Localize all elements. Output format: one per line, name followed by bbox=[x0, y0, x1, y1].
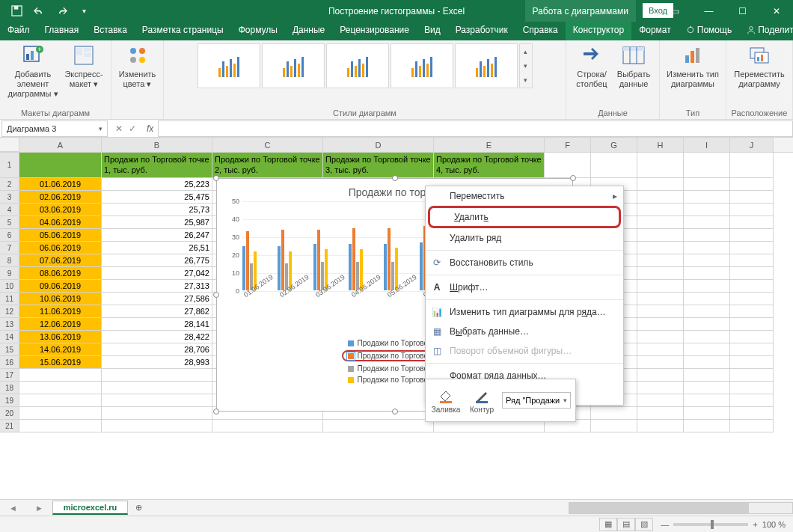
move-chart-button[interactable]: Переместить диаграмму bbox=[731, 43, 788, 89]
cell[interactable] bbox=[637, 305, 684, 318]
cell-date[interactable]: 15.06.2019 bbox=[19, 356, 102, 369]
cell-date[interactable]: 07.06.2019 bbox=[19, 254, 102, 267]
cell[interactable] bbox=[730, 229, 774, 242]
cell[interactable]: 28,141 bbox=[102, 318, 212, 331]
cell[interactable] bbox=[323, 420, 434, 432]
cell[interactable] bbox=[591, 407, 637, 420]
cell[interactable] bbox=[102, 382, 212, 394]
col-header[interactable]: A bbox=[19, 138, 102, 152]
row-header[interactable]: 5 bbox=[0, 216, 19, 229]
cell[interactable] bbox=[637, 280, 684, 293]
cell[interactable] bbox=[684, 204, 730, 216]
formula-input[interactable] bbox=[158, 120, 793, 137]
cell[interactable] bbox=[684, 318, 730, 331]
col-header[interactable]: E bbox=[434, 138, 545, 152]
horizontal-scrollbar[interactable] bbox=[569, 502, 793, 514]
tab-help[interactable]: Справка bbox=[515, 22, 566, 40]
quick-layout-button[interactable]: Экспресс-макет ▾ bbox=[61, 43, 106, 100]
ctx-move[interactable]: Переместить bbox=[426, 186, 623, 206]
cell[interactable] bbox=[637, 293, 684, 305]
gallery-more-button[interactable]: ▴▾▾ bbox=[519, 43, 533, 88]
sheet-nav-next-icon[interactable]: ► bbox=[26, 504, 52, 513]
col-header[interactable]: F bbox=[545, 138, 591, 152]
maximize-icon[interactable]: ☐ bbox=[726, 0, 759, 22]
cell[interactable] bbox=[730, 382, 774, 394]
cell[interactable] bbox=[684, 216, 730, 229]
tab-review[interactable]: Рецензирование bbox=[332, 22, 417, 40]
cell-date[interactable]: 08.06.2019 bbox=[19, 267, 102, 280]
cell[interactable]: 25,223 bbox=[102, 178, 212, 191]
outline-button[interactable]: Контур bbox=[466, 388, 497, 414]
cell[interactable] bbox=[637, 229, 684, 242]
save-icon[interactable] bbox=[10, 5, 22, 17]
close-icon[interactable]: ✕ bbox=[759, 0, 793, 22]
cell[interactable] bbox=[19, 369, 102, 382]
col-header[interactable]: D bbox=[323, 138, 434, 152]
ctx-font[interactable]: AШрифт… bbox=[426, 278, 623, 297]
cell[interactable] bbox=[684, 293, 730, 305]
cell[interactable]: 27,042 bbox=[102, 267, 212, 280]
cell-date[interactable]: 02.06.2019 bbox=[19, 191, 102, 204]
row-header[interactable]: 21 bbox=[0, 420, 19, 432]
cell[interactable] bbox=[637, 254, 684, 267]
cell[interactable] bbox=[637, 420, 684, 432]
row-header[interactable]: 9 bbox=[0, 267, 19, 280]
header-cell[interactable]: Продажи по Торговой точке 4, тыс. руб. bbox=[434, 153, 545, 178]
change-colors-button[interactable]: Изменить цвета ▾ bbox=[115, 43, 160, 89]
row-header[interactable]: 15 bbox=[0, 343, 19, 356]
cell[interactable] bbox=[212, 420, 323, 432]
cell[interactable] bbox=[545, 153, 591, 178]
cancel-icon[interactable]: ✕ bbox=[115, 123, 123, 134]
cell[interactable] bbox=[730, 216, 774, 229]
tab-developer[interactable]: Разработчик bbox=[448, 22, 515, 40]
cell[interactable] bbox=[730, 153, 774, 178]
cell[interactable] bbox=[730, 254, 774, 267]
tab-pagelayout[interactable]: Разметка страницы bbox=[135, 22, 231, 40]
cell[interactable] bbox=[730, 420, 774, 432]
sheet-nav-prev-icon[interactable]: ◄ bbox=[0, 504, 26, 513]
cell-date[interactable]: 01.06.2019 bbox=[19, 178, 102, 191]
cell[interactable] bbox=[684, 369, 730, 382]
cell[interactable] bbox=[684, 229, 730, 242]
row-header[interactable]: 1 bbox=[0, 153, 19, 178]
cell[interactable] bbox=[730, 305, 774, 318]
cell[interactable] bbox=[637, 267, 684, 280]
cell-date[interactable]: 13.06.2019 bbox=[19, 331, 102, 343]
row-header[interactable]: 3 bbox=[0, 191, 19, 204]
style-thumb[interactable] bbox=[455, 43, 518, 88]
minimize-icon[interactable]: — bbox=[692, 0, 726, 22]
spreadsheet-grid[interactable]: A B C D E F G H I J 1Продажи по Торговой… bbox=[0, 138, 793, 497]
cell[interactable] bbox=[19, 394, 102, 407]
row-header[interactable]: 16 bbox=[0, 356, 19, 369]
cell-date[interactable]: 10.06.2019 bbox=[19, 293, 102, 305]
cell-date[interactable]: 11.06.2019 bbox=[19, 305, 102, 318]
cell[interactable] bbox=[730, 242, 774, 254]
row-header[interactable]: 4 bbox=[0, 204, 19, 216]
cell[interactable]: 26,247 bbox=[102, 229, 212, 242]
ctx-reset-style[interactable]: ⟳Восстановить стиль bbox=[426, 253, 623, 272]
col-header[interactable]: B bbox=[102, 138, 212, 152]
style-thumb[interactable] bbox=[198, 43, 260, 88]
row-header[interactable]: 17 bbox=[0, 369, 19, 382]
confirm-icon[interactable]: ✓ bbox=[129, 123, 136, 134]
header-cell[interactable]: Продажи по Торговой точке 1, тыс. руб. bbox=[102, 153, 212, 178]
cell-date[interactable]: 14.06.2019 bbox=[19, 343, 102, 356]
cell[interactable] bbox=[102, 394, 212, 407]
cell[interactable] bbox=[684, 242, 730, 254]
row-header[interactable]: 13 bbox=[0, 318, 19, 331]
tab-formulas[interactable]: Формулы bbox=[231, 22, 285, 40]
cell[interactable] bbox=[684, 343, 730, 356]
zoom-level[interactable]: 100 % bbox=[762, 520, 786, 529]
col-header[interactable]: J bbox=[730, 138, 774, 152]
col-header[interactable]: H bbox=[637, 138, 684, 152]
tab-file[interactable]: Файл bbox=[0, 22, 37, 40]
cell[interactable] bbox=[637, 394, 684, 407]
cell[interactable] bbox=[730, 343, 774, 356]
cell[interactable] bbox=[637, 331, 684, 343]
zoom-out-icon[interactable]: — bbox=[661, 520, 669, 529]
qat-dropdown-icon[interactable]: ▾ bbox=[78, 5, 90, 17]
mini-toolbar[interactable]: Заливка Контур Ряд "Продажи bbox=[425, 379, 576, 422]
cell[interactable] bbox=[730, 267, 774, 280]
cell[interactable]: 25,475 bbox=[102, 191, 212, 204]
cell[interactable] bbox=[684, 356, 730, 369]
